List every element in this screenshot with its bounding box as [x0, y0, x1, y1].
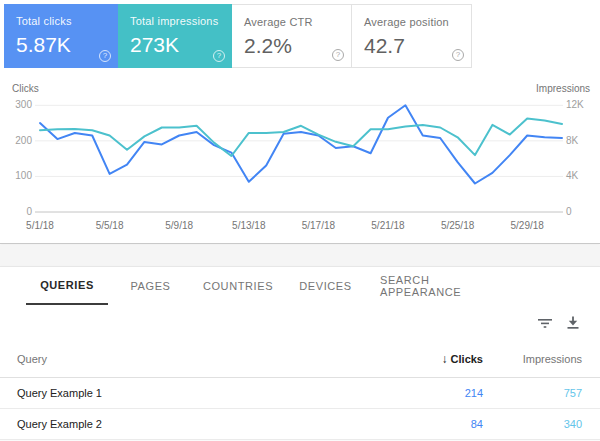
svg-text:300: 300 [15, 99, 32, 110]
filter-icon[interactable] [538, 316, 552, 330]
svg-text:5/25/18: 5/25/18 [441, 220, 475, 231]
impressions-cell: 757 [483, 387, 582, 399]
svg-text:5/29/18: 5/29/18 [511, 220, 545, 231]
section-gap [0, 245, 600, 266]
svg-text:5/1/18: 5/1/18 [26, 220, 54, 231]
help-icon[interactable]: ? [452, 49, 464, 61]
sort-descending-icon[interactable]: ↓ [442, 352, 448, 366]
svg-text:0: 0 [26, 206, 32, 217]
help-icon[interactable]: ? [99, 50, 111, 62]
tab-countries[interactable]: COUNTRIES [193, 267, 283, 305]
svg-text:Impressions: Impressions [536, 83, 590, 94]
help-icon[interactable]: ? [332, 49, 344, 61]
tab-devices[interactable]: DEVICES [283, 267, 368, 305]
total-clicks-label: Total clicks [16, 15, 118, 27]
svg-text:100: 100 [15, 170, 32, 181]
table-row[interactable]: Query Example 1 214 757 [0, 378, 600, 409]
total-impressions-label: Total impressions [130, 15, 232, 27]
svg-text:Clicks: Clicks [12, 83, 39, 94]
total-impressions-card[interactable]: Total impressions 273K ? [118, 4, 232, 68]
performance-chart-card: 30012K2008K1004K00ClicksImpressions5/1/1… [0, 0, 600, 244]
table-header-row: Query ↓Clicks Impressions [0, 341, 600, 378]
impressions-column-header[interactable]: Impressions [483, 353, 582, 365]
download-icon[interactable] [566, 316, 580, 330]
average-ctr-card[interactable]: Average CTR 2.2% ? [232, 4, 352, 68]
clicks-header-label: Clicks [451, 353, 483, 365]
tab-queries[interactable]: QUERIES [26, 267, 108, 305]
help-icon[interactable]: ? [213, 50, 225, 62]
table-row[interactable]: Query Example 2 84 340 [0, 409, 600, 440]
query-cell: Query Example 1 [0, 387, 403, 399]
svg-text:200: 200 [15, 135, 32, 146]
svg-text:0: 0 [566, 206, 572, 217]
query-column-header[interactable]: Query [0, 353, 403, 365]
svg-text:5/9/18: 5/9/18 [165, 220, 193, 231]
tab-search-appearance[interactable]: SEARCH APPEARANCE [380, 267, 510, 305]
svg-text:5/5/18: 5/5/18 [96, 220, 124, 231]
average-position-card[interactable]: Average position 42.7 ? [352, 4, 472, 68]
dimension-tabs: QUERIES PAGES COUNTRIES DEVICES SEARCH A… [0, 267, 600, 305]
tab-pages[interactable]: PAGES [108, 267, 193, 305]
dimensions-table-card: QUERIES PAGES COUNTRIES DEVICES SEARCH A… [0, 266, 600, 441]
clicks-cell: 214 [403, 387, 483, 399]
clicks-column-header[interactable]: ↓Clicks [403, 352, 483, 366]
total-clicks-card[interactable]: Total clicks 5.87K ? [4, 4, 118, 68]
svg-text:5/17/18: 5/17/18 [302, 220, 336, 231]
average-ctr-label: Average CTR [244, 16, 351, 28]
query-cell: Query Example 2 [0, 418, 403, 430]
average-position-label: Average position [364, 16, 471, 28]
svg-text:12K: 12K [566, 99, 584, 110]
impressions-cell: 340 [483, 418, 582, 430]
metric-cards-row: Total clicks 5.87K ? Total impressions 2… [4, 4, 472, 68]
search-console-performance-page: 30012K2008K1004K00ClicksImpressions5/1/1… [0, 0, 600, 441]
svg-text:5/21/18: 5/21/18 [371, 220, 405, 231]
svg-text:8K: 8K [566, 135, 579, 146]
clicks-cell: 84 [403, 418, 483, 430]
svg-text:4K: 4K [566, 170, 579, 181]
table-toolbar [0, 305, 600, 341]
svg-text:5/13/18: 5/13/18 [232, 220, 266, 231]
